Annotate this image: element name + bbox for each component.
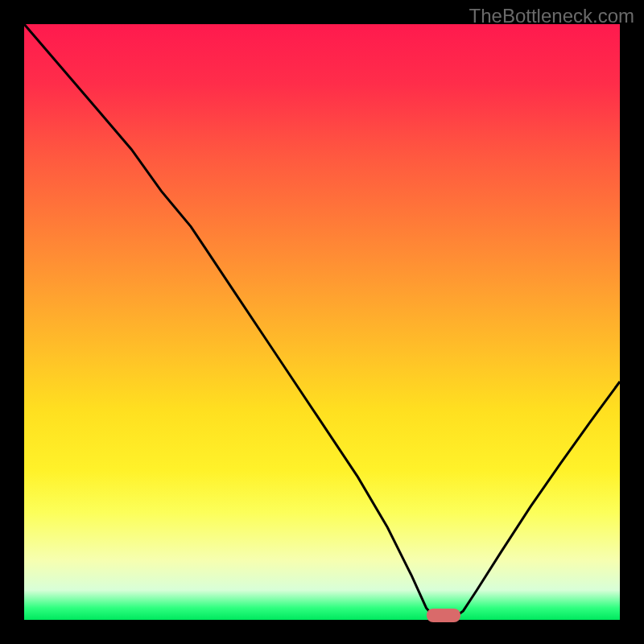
bottleneck-curve — [0, 0, 644, 644]
watermark: TheBottleneck.com — [469, 5, 634, 27]
optimal-marker — [427, 609, 460, 622]
chart-container: TheBottleneck.com — [0, 0, 644, 644]
